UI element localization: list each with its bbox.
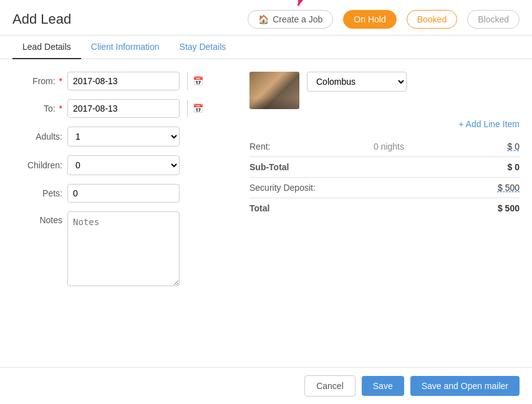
- notes-textarea[interactable]: [67, 211, 180, 286]
- footer: Cancel Save Save and Open mailer: [0, 367, 532, 404]
- subtotal-amount: $ 0: [508, 162, 520, 172]
- to-label: To: *: [12, 103, 62, 113]
- tab-lead-details[interactable]: Lead Details: [12, 36, 81, 59]
- tabs-container: Lead Details Client Information Stay Det…: [0, 36, 532, 59]
- children-label: Children:: [12, 160, 62, 170]
- add-line-item-button[interactable]: + Add Line Item: [249, 119, 520, 129]
- rent-row: Rent: 0 nights $ 0: [249, 137, 520, 157]
- notes-row: Notes: [12, 211, 225, 286]
- booked-button[interactable]: Booked: [407, 10, 457, 29]
- on-hold-button[interactable]: On Hold: [343, 10, 396, 29]
- adults-label: Adults:: [12, 132, 62, 142]
- rent-amount: $ 0: [508, 142, 520, 152]
- property-section: Colombus New York Chicago Miami: [249, 72, 520, 109]
- security-deposit-row: Security Deposit: $ 500: [249, 178, 520, 198]
- from-required: *: [59, 76, 62, 86]
- property-image: [249, 72, 299, 109]
- to-row: To: * 📅: [12, 99, 225, 118]
- to-calendar-icon[interactable]: 📅: [187, 100, 208, 117]
- total-row: Total $ 500: [249, 198, 520, 218]
- create-job-button[interactable]: 🏠 Create a Job: [248, 10, 333, 29]
- subtotal-row: Sub-Total $ 0: [249, 157, 520, 178]
- location-select[interactable]: Colombus New York Chicago Miami: [307, 72, 407, 92]
- security-deposit-amount: $ 500: [498, 183, 520, 193]
- pets-label: Pets:: [12, 188, 62, 198]
- from-row: From: * 📅: [12, 72, 225, 90]
- from-input-container: 📅: [67, 72, 180, 90]
- from-input[interactable]: [68, 72, 187, 90]
- total-amount: $ 500: [498, 203, 520, 213]
- create-job-label: Create a Job: [273, 14, 322, 24]
- adults-select[interactable]: 1 2 3 4: [67, 127, 180, 147]
- to-input[interactable]: [68, 100, 187, 117]
- total-label: Total: [249, 203, 269, 213]
- to-required: *: [59, 103, 62, 113]
- left-panel: From: * 📅 To: * 📅 Adults: 1 2: [12, 72, 225, 363]
- main-content: From: * 📅 To: * 📅 Adults: 1 2: [0, 59, 532, 363]
- tab-stay-details[interactable]: Stay Details: [170, 36, 236, 59]
- create-job-wrapper: 🏠 Create a Job: [248, 10, 333, 29]
- page-header: Add Lead 🏠 Create a Job On Hold Booked B…: [0, 0, 532, 36]
- rent-label: Rent:: [249, 142, 270, 152]
- pricing-table: Rent: 0 nights $ 0 Sub-Total $ 0 Securit…: [249, 137, 520, 218]
- from-calendar-icon[interactable]: 📅: [187, 72, 208, 90]
- children-row: Children: 0 1 2: [12, 155, 225, 175]
- security-deposit-label: Security Deposit:: [249, 183, 316, 193]
- from-label: From: *: [12, 76, 62, 86]
- cancel-button[interactable]: Cancel: [304, 375, 355, 397]
- rent-nights: 0 nights: [374, 142, 404, 152]
- page-title: Add Lead: [12, 11, 238, 27]
- property-image-inner: [249, 72, 299, 109]
- to-input-container: 📅: [67, 99, 180, 118]
- notes-label: Notes: [12, 211, 62, 225]
- pets-row: Pets:: [12, 184, 225, 203]
- adults-row: Adults: 1 2 3 4: [12, 127, 225, 147]
- pets-input[interactable]: [67, 184, 180, 203]
- house-icon: 🏠: [258, 14, 269, 24]
- right-panel: Colombus New York Chicago Miami + Add Li…: [249, 72, 520, 363]
- save-button[interactable]: Save: [362, 376, 404, 396]
- children-select[interactable]: 0 1 2: [67, 155, 180, 175]
- subtotal-label: Sub-Total: [249, 162, 289, 172]
- tab-client-information[interactable]: Client Information: [81, 36, 170, 59]
- save-open-mailer-button[interactable]: Save and Open mailer: [410, 376, 520, 396]
- blocked-button[interactable]: Blocked: [467, 10, 520, 29]
